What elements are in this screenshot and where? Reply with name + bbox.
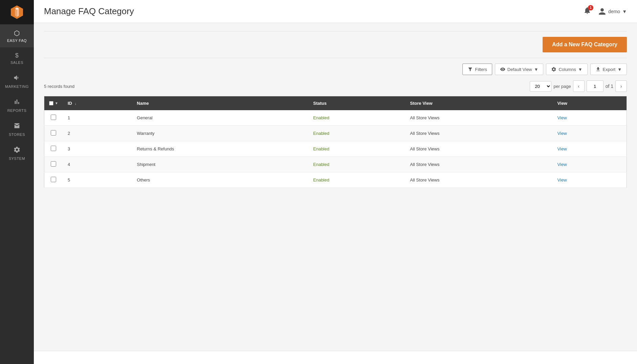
row-name-4: Others (132, 172, 309, 188)
stores-icon (13, 122, 21, 131)
row-name-0: General (132, 110, 309, 126)
sidebar-item-stores[interactable]: STORES (0, 117, 34, 141)
row-view-link-1[interactable]: View (553, 126, 627, 141)
sidebar-item-system[interactable]: SYSTEM (0, 141, 34, 165)
sidebar-item-marketing[interactable]: MARKETING (0, 69, 34, 93)
reports-icon (13, 98, 21, 107)
view-chevron-icon: ▼ (534, 67, 539, 72)
row-view-link-0[interactable]: View (553, 110, 627, 126)
view-link-0[interactable]: View (558, 115, 567, 120)
user-avatar-icon (598, 7, 606, 16)
easy-faq-icon: ⬡ (14, 29, 20, 37)
view-link-2[interactable]: View (558, 146, 567, 151)
per-page-dropdown[interactable]: 20 30 50 100 200 (530, 81, 551, 92)
view-link-1[interactable]: View (558, 131, 567, 136)
row-store-view-0: All Store Views (405, 110, 553, 126)
header-store-view: Store View (405, 96, 553, 111)
sidebar-item-label: MARKETING (5, 84, 29, 89)
sidebar-item-label: SYSTEM (9, 156, 25, 161)
export-button[interactable]: Export ▼ (590, 64, 627, 75)
row-id-3: 4 (63, 157, 132, 172)
view-link-4[interactable]: View (558, 177, 567, 183)
row-status-2: Enabled (309, 141, 405, 157)
row-name-2: Returns & Refunds (132, 141, 309, 157)
system-icon (13, 146, 21, 155)
marketing-icon (13, 74, 21, 83)
row-status-1: Enabled (309, 126, 405, 141)
page-footer (34, 351, 637, 364)
user-menu[interactable]: demo ▼ (598, 7, 627, 16)
row-store-view-2: All Store Views (405, 141, 553, 157)
row-checkbox-cell (44, 157, 63, 172)
toolbar: Filters Default View ▼ Columns ▼ Export … (44, 64, 627, 75)
columns-label: Columns (559, 67, 576, 72)
row-id-1: 2 (63, 126, 132, 141)
total-pages: of 1 (606, 83, 613, 89)
page-title: Manage FAQ Category (44, 6, 134, 17)
row-name-3: Shipment (132, 157, 309, 172)
per-page-select[interactable]: 20 30 50 100 200 (530, 81, 551, 92)
row-checkbox-cell (44, 110, 63, 126)
row-store-view-4: All Store Views (405, 172, 553, 188)
prev-page-button[interactable]: ‹ (573, 80, 585, 92)
next-page-button[interactable]: › (615, 80, 627, 92)
sidebar-item-reports[interactable]: REPORTS (0, 93, 34, 117)
sidebar-item-label: REPORTS (7, 108, 26, 113)
row-view-link-3[interactable]: View (553, 157, 627, 172)
row-view-link-2[interactable]: View (553, 141, 627, 157)
sidebar-item-easy-faq[interactable]: ⬡ EASY FAQ (0, 24, 34, 47)
columns-button[interactable]: Columns ▼ (546, 64, 587, 75)
row-store-view-1: All Store Views (405, 126, 553, 141)
table-row: 5 Others Enabled All Store Views View (44, 172, 627, 188)
table-row: 3 Returns & Refunds Enabled All Store Vi… (44, 141, 627, 157)
header-status: Status (309, 96, 405, 111)
filters-label: Filters (475, 67, 487, 72)
pagination: 20 30 50 100 200 per page ‹ of 1 › (530, 80, 627, 92)
row-status-3: Enabled (309, 157, 405, 172)
page-header: Manage FAQ Category 1 demo ▼ (34, 0, 637, 23)
sort-id-icon[interactable]: ↓ (75, 101, 77, 105)
default-view-label: Default View (507, 67, 532, 72)
filter-icon (468, 67, 473, 72)
row-name-1: Warranty (132, 126, 309, 141)
sales-icon: $ (15, 52, 19, 59)
sidebar-item-label: EASY FAQ (7, 39, 27, 43)
row-checkbox-cell (44, 141, 63, 157)
row-id-0: 1 (63, 110, 132, 126)
row-checkbox-0[interactable] (51, 115, 56, 120)
add-faq-category-button[interactable]: Add a New FAQ Category (543, 37, 627, 52)
per-page-label: per page (553, 84, 571, 89)
default-view-button[interactable]: Default View ▼ (495, 64, 544, 75)
sidebar: ⬡ EASY FAQ $ SALES MARKETING REPORTS STO… (0, 0, 34, 364)
magento-logo-icon (9, 5, 24, 20)
row-status-0: Enabled (309, 110, 405, 126)
row-id-2: 3 (63, 141, 132, 157)
export-chevron-icon: ▼ (617, 67, 622, 72)
row-view-link-4[interactable]: View (553, 172, 627, 188)
table-row: 2 Warranty Enabled All Store Views View (44, 126, 627, 141)
table-header-row: ▼ ID ↓ Name Status Store View View (44, 96, 627, 111)
header-checkbox-col: ▼ (44, 96, 63, 111)
row-id-4: 5 (63, 172, 132, 188)
records-bar: 5 records found 20 30 50 100 200 per pag… (44, 80, 627, 92)
notification-button[interactable]: 1 (583, 6, 591, 17)
current-page-input[interactable] (587, 80, 604, 92)
user-name: demo (608, 9, 620, 14)
row-checkbox-3[interactable] (51, 161, 56, 167)
row-checkbox-4[interactable] (51, 177, 56, 182)
view-link-3[interactable]: View (558, 162, 567, 167)
row-checkbox-2[interactable] (51, 146, 56, 151)
sidebar-item-label: SALES (10, 60, 23, 65)
filters-button[interactable]: Filters (462, 64, 492, 75)
row-checkbox-1[interactable] (51, 130, 56, 136)
sidebar-item-label: STORES (9, 132, 25, 137)
select-all-checkbox[interactable] (49, 101, 53, 105)
eye-icon (500, 67, 505, 72)
table-row: 4 Shipment Enabled All Store Views View (44, 157, 627, 172)
table-body: 1 General Enabled All Store Views View 2… (44, 110, 627, 188)
records-found: 5 records found (44, 84, 74, 89)
row-checkbox-cell (44, 172, 63, 188)
content-area: Add a New FAQ Category Filters Default V… (34, 23, 637, 351)
checkbox-dropdown-chevron[interactable]: ▼ (55, 101, 58, 105)
sidebar-item-sales[interactable]: $ SALES (0, 47, 34, 69)
